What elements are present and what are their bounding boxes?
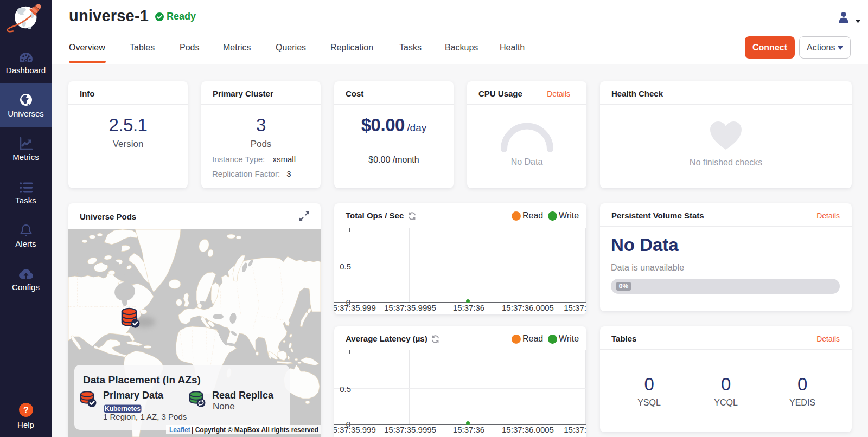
svg-text:| Copyright © MapBox All right: | Copyright © MapBox All rights reserved: [192, 426, 318, 434]
svg-text:1 Region, 1 AZ, 3 Pods: 1 Region, 1 AZ, 3 Pods: [103, 412, 187, 421]
svg-text:Data Placement (In AZs): Data Placement (In AZs): [83, 374, 201, 385]
svg-text:None: None: [213, 401, 235, 412]
svg-text:Read Replica: Read Replica: [212, 390, 274, 401]
svg-text:?: ?: [23, 406, 29, 415]
svg-text:Kubernetes: Kubernetes: [105, 405, 141, 413]
svg-text:Primary Data: Primary Data: [103, 390, 164, 401]
svg-text:Leaflet: Leaflet: [169, 426, 190, 434]
